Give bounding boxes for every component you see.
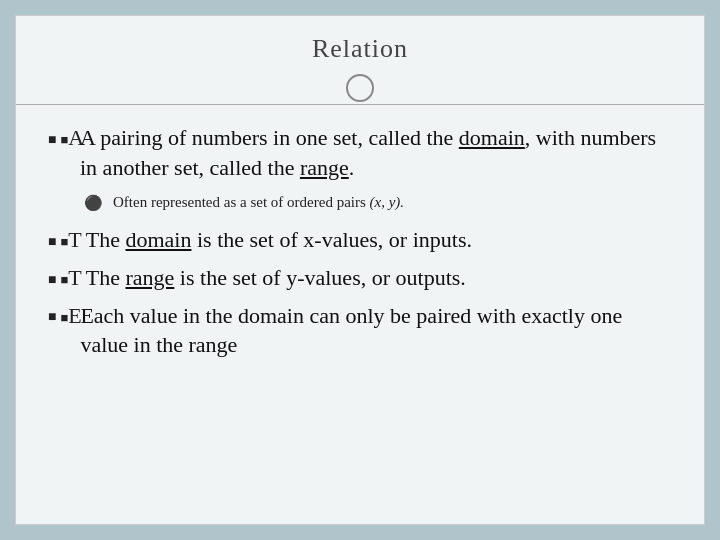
slide-content: ■A A pairing of numbers in one set, call…	[16, 105, 704, 372]
bullet-4: ■E Each value in the domain can only be …	[48, 301, 672, 360]
bullet-symbol-1: ■A	[48, 123, 76, 153]
domain-text-2: domain	[125, 227, 191, 252]
bullet-symbol-2: ■T	[48, 225, 82, 255]
bullet-text-1: A pairing of numbers in one set, called …	[80, 123, 672, 182]
bullet-symbol-3: ■T	[48, 263, 82, 293]
range-text-1: range	[300, 155, 349, 180]
slide-header: Relation	[16, 16, 704, 105]
range-text-2: range	[125, 265, 174, 290]
sub-bullet-symbol: ⚫	[84, 194, 103, 212]
bullet-text-4: Each value in the domain can only be pai…	[80, 301, 672, 360]
domain-text-1: domain	[459, 125, 525, 150]
bullet-3: ■T The range is the set of y-values, or …	[48, 263, 672, 293]
bullet-1: ■A A pairing of numbers in one set, call…	[48, 123, 672, 182]
sub-bullet-text: Often represented as a set of ordered pa…	[113, 192, 404, 213]
bullet-2: ■T The domain is the set of x-values, or…	[48, 225, 672, 255]
title-circle	[346, 74, 374, 102]
slide-title: Relation	[312, 34, 408, 64]
bullet-text-2: The domain is the set of x-values, or in…	[86, 225, 472, 255]
bullet-text-3: The range is the set of y-values, or out…	[86, 263, 466, 293]
slide: Relation ■A A pairing of numbers in one …	[15, 15, 705, 525]
bullet-symbol-4: ■E	[48, 301, 76, 331]
sub-bullet-1: ⚫ Often represented as a set of ordered …	[84, 192, 672, 213]
